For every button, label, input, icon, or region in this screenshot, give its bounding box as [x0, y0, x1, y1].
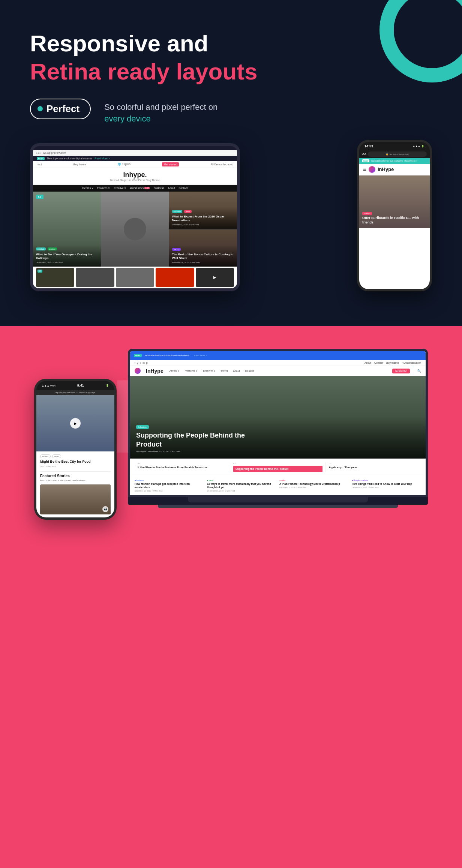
social-in[interactable]: in	[142, 361, 144, 364]
phone-site-header: ☰ InHype	[359, 164, 430, 175]
phone-logo-icon	[369, 166, 375, 173]
phone-hero-title: Otter Surfboards in Pacific C... with fr…	[362, 216, 427, 225]
nav-contact: nact	[37, 163, 42, 166]
reader-icon: AA	[362, 152, 366, 156]
laptop-base	[128, 497, 428, 505]
laptop-nav-about[interactable]: About	[233, 370, 240, 372]
tag-strategy: strategy	[48, 247, 57, 250]
art-tag-1: ● business	[135, 479, 204, 481]
pl-url: wp.wp-preview.com — частный доступ	[56, 391, 95, 394]
laptop-hero: Lifestyle Supporting the People Behind t…	[130, 376, 426, 459]
phone-hero-img: markets Otter Surfboards in Pacific C...…	[359, 175, 430, 228]
hero-rb-title: The End of the Bonus Culture Is Coming t…	[172, 253, 234, 261]
laptop-content: NEW! Incredible offer for our exclusive …	[130, 351, 426, 495]
nav-about[interactable]: About	[168, 187, 175, 190]
pl-content: ▶ nations news Might Be the Best City fo…	[36, 395, 114, 517]
social-o[interactable]: o	[140, 361, 141, 364]
feat-title-2-highlighted: Supporting the People Behind the Product	[236, 467, 320, 471]
feat-title-3: Apple exp... 'Everyone...	[329, 466, 418, 469]
nav-creative[interactable]: Creative ∨	[114, 187, 126, 190]
laptop-subscribe-btn[interactable]: Subscribe	[392, 369, 410, 373]
social-y[interactable]: y	[137, 361, 138, 364]
pl-tag-row: nations news	[40, 454, 111, 458]
rating-badge: 8.3	[36, 195, 44, 199]
phone-right-mockup: 14:53 ▲▲▲ 🔋 AA 🔒 wp.wp-preview.com NEW! …	[357, 140, 432, 291]
laptop-nav-links: About Contact Buy theme • Documentation	[364, 361, 421, 364]
art-tag-4: ● lifestyle · markets	[352, 479, 421, 481]
tag-creative: creative	[36, 247, 46, 250]
hero-left-date: December 2, 2019 · 5 Mins read	[36, 261, 98, 264]
art-title-4: Five Things You Need to Know to Start Yo…	[352, 482, 421, 486]
hero-rt-title: What to Expect From the 2020 Oscar Nomin…	[172, 215, 234, 223]
feat-num-2: 02	[233, 462, 322, 465]
notice-text: New top class exclusive digital courses	[47, 157, 92, 160]
nav-business[interactable]: Business	[153, 187, 164, 190]
notice-link[interactable]: Read More >	[94, 157, 110, 160]
laptop-nav-lifestyle[interactable]: Lifestyle ∨	[203, 369, 215, 372]
laptop-nav-demos[interactable]: Demos ∨	[169, 369, 180, 372]
perfect-badge[interactable]: Perfect	[30, 99, 91, 119]
laptop-hero-meta: By Inhype · November 25, 2018 · 5 Min re…	[136, 450, 420, 453]
laptop-nav-features[interactable]: Features ∨	[185, 369, 198, 372]
art-meta-2: December 10, 2019 · 9 Mins read	[207, 490, 276, 492]
hero-right-top-overlay: business news What to Expect From the 20…	[169, 207, 237, 229]
tablet-browser-bar: ●●● wp.wp-preview.com	[33, 150, 237, 156]
laptop-nav-travel[interactable]: Travel	[220, 370, 228, 372]
nav-about[interactable]: About	[364, 361, 371, 364]
nav-demos: All Demos Included	[211, 163, 233, 166]
laptop-stand	[188, 497, 368, 502]
phone-status-icons: ▲▲▲ 🔋	[412, 145, 424, 148]
laptop-topbar-link[interactable]: Read More >	[194, 354, 207, 357]
pl-browser-bar: wp.wp-preview.com — частный доступ	[36, 390, 114, 395]
phone-category: markets	[362, 212, 372, 215]
phone-ad-bar: NEW! Incredible offer for our exclusive …	[359, 158, 430, 164]
thumb3	[116, 268, 154, 287]
laptop-hero-overlay: Lifestyle Supporting the People Behind t…	[130, 417, 426, 459]
phone-url-bar: 🔒 wp.wp-preview.com	[368, 151, 427, 157]
hero-left-title: What to Do if You Overspent During the H…	[36, 253, 98, 261]
top-section: Responsive and Retina ready layouts Perf…	[0, 0, 462, 326]
social-f[interactable]: f	[135, 361, 135, 364]
perfect-label: Perfect	[46, 103, 80, 115]
nav-contact[interactable]: Contact	[178, 187, 188, 190]
hamburger-icon[interactable]: ☰	[363, 167, 366, 171]
nav-worldnews[interactable]: World news HOT	[130, 187, 150, 190]
tag-news: news	[52, 454, 61, 458]
art-meta-1: December 10, 2019 · 9 Mins read	[135, 490, 204, 492]
pl-featured-subtext: learn how to start a startup and own bus…	[40, 479, 111, 481]
phone-content: NEW! Incredible offer for our exclusive …	[359, 158, 430, 289]
art-meta-4: December 2, 2019 · 6 Mins read	[352, 486, 421, 489]
browser-dots: ●●●	[36, 151, 41, 154]
laptop-article-2: ● travel 12 ways to travel more sustaina…	[207, 479, 276, 492]
nav-demos[interactable]: Demos ∨	[82, 187, 93, 190]
hero-col-mid	[101, 192, 169, 267]
headline-line2: Retina ready layouts	[30, 58, 432, 85]
tagline-top: So colorful and pixel perfect on	[104, 102, 218, 113]
site-notice-bar: NEW! New top class exclusive digital cou…	[33, 156, 237, 161]
laptop-secondary-nav: f y o in p About Contact Buy theme • Doc…	[130, 360, 426, 366]
tag-business: business	[172, 210, 183, 213]
nav-contact[interactable]: Contact	[374, 361, 383, 364]
laptop-new-badge: NEW!	[134, 354, 142, 357]
tablet-inner: ●●● wp.wp-preview.com NEW! New top class…	[33, 150, 237, 288]
devices-bottom-row: ▲▲▲ WiFi 9:41 🔋 wp.wp-preview.com — част…	[0, 326, 462, 535]
site-tagline: News & Magazine WordPress Blog Theme	[37, 179, 233, 181]
nav-getstarted[interactable]: Get started	[162, 162, 179, 166]
laptop-logo-icon	[135, 368, 141, 374]
nav-documentation[interactable]: • Documentation	[402, 361, 421, 364]
phone-ad-link[interactable]: Read More >	[404, 160, 417, 162]
laptop-article-4: ● lifestyle · markets Five Things You Ne…	[352, 479, 421, 492]
pl-play-button[interactable]: ▶	[70, 418, 81, 429]
nav-buytheme[interactable]: Buy theme	[386, 361, 399, 364]
laptop-nav-contact[interactable]: Contact	[245, 370, 254, 372]
thumb1: 8.7	[36, 268, 74, 287]
search-icon[interactable]: 🔍	[417, 369, 421, 373]
art-meta-3: December 3, 2019 · 5 Mins read	[279, 486, 349, 489]
phone-time: 14:53	[364, 144, 373, 148]
phone-browser-bar: AA 🔒 wp.wp-preview.com	[359, 150, 430, 158]
social-p[interactable]: p	[146, 361, 148, 364]
nav-lang: 🌐 English	[118, 163, 130, 166]
laptop-article-grid: ● business How fashion startups get acce…	[130, 476, 426, 495]
nav-features[interactable]: Features ∨	[97, 187, 110, 190]
pl-signal-icons: ▲▲▲ WiFi	[42, 384, 56, 387]
